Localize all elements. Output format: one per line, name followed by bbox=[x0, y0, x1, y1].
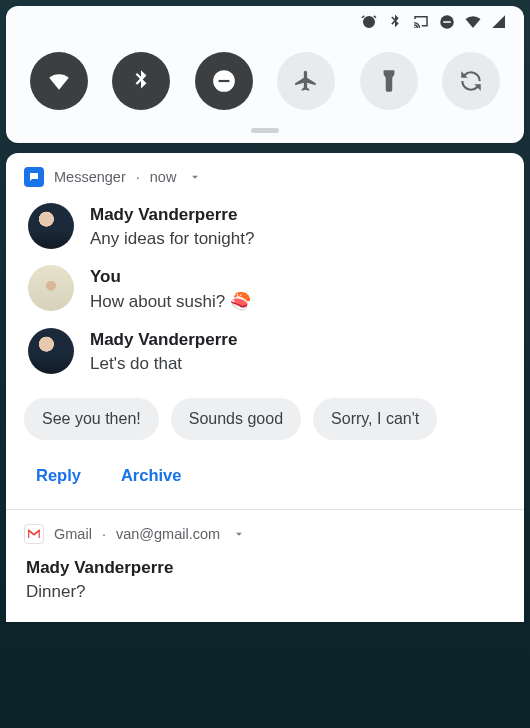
status-bar bbox=[6, 6, 524, 34]
qs-tile-dnd[interactable] bbox=[195, 52, 253, 110]
message-sender: Mady Vanderperre bbox=[90, 205, 254, 225]
cast-icon bbox=[412, 13, 430, 31]
smart-reply-chip[interactable]: Sorry, I can't bbox=[313, 398, 437, 440]
separator-dot: · bbox=[136, 169, 140, 185]
message-sender: Mady Vanderperre bbox=[90, 330, 237, 350]
separator-dot: · bbox=[102, 526, 106, 542]
quick-settings-tiles bbox=[6, 34, 524, 116]
wifi-icon bbox=[464, 13, 482, 31]
notification-time: now bbox=[150, 169, 177, 185]
gmail-icon bbox=[24, 524, 44, 544]
qs-tile-airplane[interactable] bbox=[277, 52, 335, 110]
notification-app-name: Messenger bbox=[54, 169, 126, 185]
message-text: Let's do that bbox=[90, 354, 237, 374]
message-text: Any ideas for tonight? bbox=[90, 229, 254, 249]
bluetooth-icon bbox=[386, 13, 404, 31]
notification-header[interactable]: Gmail · van@gmail.com bbox=[6, 510, 524, 554]
message-item: Mady Vanderperre Any ideas for tonight? bbox=[6, 193, 524, 255]
dnd-icon bbox=[438, 13, 456, 31]
smart-reply-chip[interactable]: See you then! bbox=[24, 398, 159, 440]
notification-account: van@gmail.com bbox=[116, 526, 220, 542]
chevron-down-icon[interactable] bbox=[188, 170, 202, 184]
quick-settings-panel bbox=[6, 6, 524, 143]
notification-actions: Reply Archive bbox=[6, 444, 524, 505]
qs-tile-bluetooth[interactable] bbox=[112, 52, 170, 110]
qs-tile-rotation[interactable] bbox=[442, 52, 500, 110]
archive-button[interactable]: Archive bbox=[121, 466, 182, 485]
avatar bbox=[28, 328, 74, 374]
reply-button[interactable]: Reply bbox=[36, 466, 81, 485]
smart-reply-chip[interactable]: Sounds good bbox=[171, 398, 301, 440]
chevron-down-icon[interactable] bbox=[232, 527, 246, 541]
smart-reply-row: See you then! Sounds good Sorry, I can't bbox=[6, 380, 524, 444]
notification-card-gmail[interactable]: Gmail · van@gmail.com Mady Vanderperre D… bbox=[6, 510, 524, 622]
message-item: You How about sushi? 🍣 bbox=[6, 255, 524, 318]
qs-tile-flashlight[interactable] bbox=[360, 52, 418, 110]
alarm-icon bbox=[360, 13, 378, 31]
svg-rect-1 bbox=[443, 21, 451, 23]
qs-tile-wifi[interactable] bbox=[30, 52, 88, 110]
message-sender: You bbox=[90, 267, 251, 287]
message-text: How about sushi? 🍣 bbox=[90, 291, 251, 312]
notification-shade: Messenger · now Mady Vanderperre Any ide… bbox=[6, 153, 524, 622]
notification-app-name: Gmail bbox=[54, 526, 92, 542]
message-item: Mady Vanderperre Let's do that bbox=[6, 318, 524, 380]
avatar bbox=[28, 203, 74, 249]
qs-drag-handle[interactable] bbox=[251, 128, 279, 133]
email-subject: Dinner? bbox=[6, 578, 524, 602]
svg-rect-3 bbox=[218, 80, 229, 82]
signal-icon bbox=[490, 13, 508, 31]
notification-header[interactable]: Messenger · now bbox=[6, 153, 524, 193]
messenger-icon bbox=[24, 167, 44, 187]
avatar bbox=[28, 265, 74, 311]
email-sender: Mady Vanderperre bbox=[6, 554, 524, 578]
notification-card-messenger[interactable]: Messenger · now Mady Vanderperre Any ide… bbox=[6, 153, 524, 622]
